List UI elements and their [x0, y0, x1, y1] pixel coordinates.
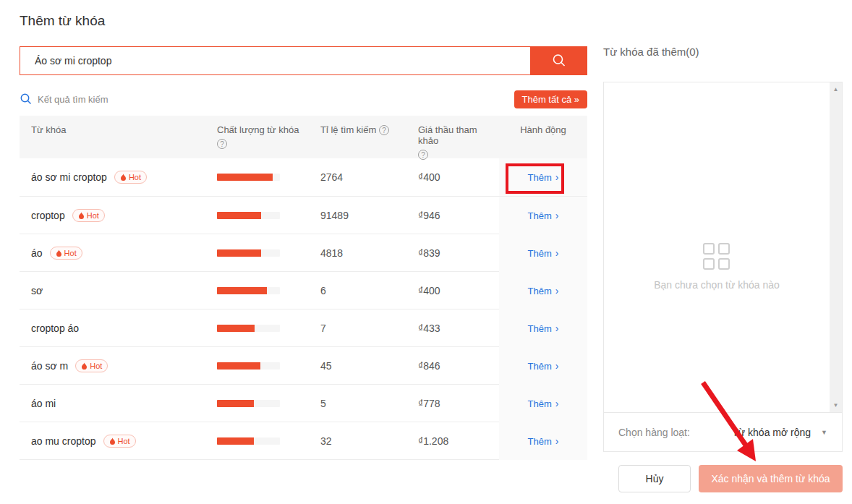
table-row: áo sơ mi croptop Hot 2764 ₫400 Thêm ›: [20, 158, 587, 196]
scroll-down-icon[interactable]: ▼: [833, 398, 839, 412]
flame-icon: [56, 249, 62, 257]
keyword-cell: croptop Hot: [20, 209, 217, 222]
quality-bar: [217, 325, 280, 332]
empty-grid-icon: [703, 243, 730, 270]
search-volume: 4818: [320, 247, 418, 259]
search-button[interactable]: [530, 46, 587, 75]
chevron-right-icon: ›: [555, 436, 559, 446]
bid-value: ₫433: [418, 323, 499, 334]
quality-cell: [217, 325, 320, 332]
keyword-text: croptop: [31, 210, 65, 221]
bid-value: ₫846: [418, 360, 499, 372]
search-volume: 32: [320, 435, 418, 447]
flame-icon: [78, 212, 85, 220]
add-keyword-link[interactable]: Thêm ›: [528, 398, 559, 409]
search-volume: 91489: [320, 210, 418, 221]
flame-icon: [81, 362, 88, 370]
quality-cell: [217, 400, 320, 407]
quality-bar-fill: [217, 212, 261, 219]
search-rate-help-icon[interactable]: ?: [379, 125, 389, 135]
action-cell: Thêm ›: [499, 272, 587, 309]
keyword-cell: croptop áo: [20, 323, 217, 334]
bid-value: ₫1.208: [418, 435, 499, 447]
action-cell: Thêm ›: [499, 422, 587, 460]
add-keyword-link[interactable]: Thêm ›: [528, 210, 559, 221]
add-keyword-dialog: Thêm từ khóa Kết quả tìm kiếm Thêm tất c…: [0, 0, 852, 504]
quality-bar: [217, 287, 280, 294]
hot-label: Hot: [90, 362, 102, 370]
quality-bar: [217, 212, 280, 219]
quality-bar-fill: [217, 325, 255, 332]
add-link-label: Thêm: [528, 361, 552, 372]
keyword-text: ao mu croptop: [31, 435, 96, 447]
table-row: áo Hot 4818 ₫839 Thêm ›: [20, 234, 587, 271]
quality-help-icon[interactable]: ?: [217, 139, 227, 149]
keyword-text: áo: [31, 247, 43, 259]
quality-bar-fill: [217, 362, 260, 370]
keyword-text: áo sơ mi croptop: [31, 171, 107, 183]
flame-icon: [109, 437, 116, 445]
action-cell: Thêm ›: [499, 158, 587, 196]
scrollbar[interactable]: ▲ ▼: [830, 82, 842, 412]
action-cell: Thêm ›: [499, 347, 587, 385]
action-cell: Thêm ›: [499, 197, 587, 234]
add-keyword-link[interactable]: Thêm ›: [528, 172, 559, 183]
keyword-cell: sơ: [20, 285, 217, 296]
confirm-add-keywords-button[interactable]: Xác nhận và thêm từ khóa: [699, 465, 843, 492]
quality-bar: [217, 437, 280, 445]
add-all-button[interactable]: Thêm tất cả »: [514, 90, 587, 108]
quality-bar-fill: [217, 287, 267, 294]
chevron-right-icon: ›: [555, 286, 559, 296]
page-title: Thêm từ khóa: [20, 13, 105, 29]
keyword-text: áo sơ m: [31, 360, 68, 372]
added-keywords-title: Từ khóa đã thêm(0): [603, 46, 699, 58]
table-header-row: Từ khóa Chất lượng từ khóa ? Tỉ lệ tìm k…: [20, 116, 587, 158]
table-row: sơ 6 ₫400 Thêm ›: [20, 271, 587, 309]
keyword-cell: áo Hot: [20, 247, 217, 260]
hot-label: Hot: [129, 173, 141, 181]
bid-value: ₫946: [418, 210, 499, 221]
add-link-label: Thêm: [528, 248, 552, 259]
add-keyword-link[interactable]: Thêm ›: [528, 323, 559, 334]
keyword-cell: áo sơ mi croptop Hot: [20, 171, 217, 184]
add-keyword-link[interactable]: Thêm ›: [528, 361, 559, 372]
quality-bar-fill: [217, 400, 254, 407]
bid-value: ₫400: [418, 285, 499, 296]
cancel-button[interactable]: Hủy: [618, 465, 691, 492]
hot-label: Hot: [64, 249, 77, 257]
keyword-cell: ao mu croptop Hot: [20, 435, 217, 448]
add-keyword-link[interactable]: Thêm ›: [528, 286, 559, 296]
keyword-table: Từ khóa Chất lượng từ khóa ? Tỉ lệ tìm k…: [20, 116, 587, 460]
table-body: áo sơ mi croptop Hot 2764 ₫400 Thêm ›: [20, 158, 587, 459]
search-bar: [20, 46, 587, 75]
scroll-up-icon[interactable]: ▲: [833, 82, 839, 96]
table-row: áo mi 5 ₫778 Thêm ›: [20, 384, 587, 422]
hot-label: Hot: [118, 437, 130, 445]
table-row: croptop áo 7 ₫433 Thêm ›: [20, 309, 587, 346]
batch-select-label: Chọn hàng loạt:: [618, 427, 690, 438]
batch-select-row: Chọn hàng loạt: Từ khóa mở rộng ▼: [604, 413, 842, 451]
quality-cell: [217, 287, 320, 294]
add-keyword-link[interactable]: Thêm ›: [528, 248, 559, 259]
empty-state: Bạn chưa chọn từ khóa nào: [604, 243, 830, 291]
table-row: ao mu croptop Hot 32 ₫1.208 Thêm ›: [20, 422, 587, 459]
bid-help-icon[interactable]: ?: [418, 150, 428, 160]
action-cell: Thêm ›: [499, 385, 587, 422]
hot-badge: Hot: [75, 359, 108, 372]
search-icon: [551, 53, 567, 69]
search-volume: 2764: [320, 171, 418, 183]
search-results-icon: [20, 93, 33, 106]
hot-badge: Hot: [72, 209, 105, 222]
add-keyword-link[interactable]: Thêm ›: [528, 436, 559, 447]
quality-bar: [217, 400, 280, 407]
search-input[interactable]: [20, 46, 530, 75]
keyword-text: croptop áo: [31, 323, 79, 334]
caret-down-icon: ▼: [821, 429, 827, 436]
header-action: Hành động: [499, 116, 587, 135]
keyword-cell: áo sơ m Hot: [20, 359, 217, 372]
quality-cell: [217, 362, 320, 370]
batch-select-dropdown[interactable]: Từ khóa mở rộng ▼: [732, 427, 827, 438]
chevron-right-icon: ›: [555, 323, 559, 333]
header-keyword: Từ khóa: [20, 116, 217, 135]
table-row: croptop Hot 91489 ₫946 Thêm ›: [20, 196, 587, 234]
